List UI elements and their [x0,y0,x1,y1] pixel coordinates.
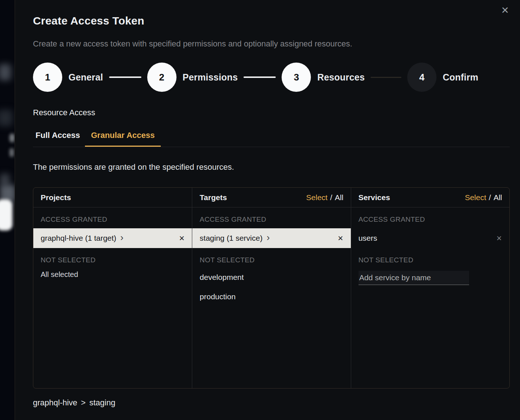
services-column-title: Services [359,193,390,202]
targets-column-title: Targets [200,193,227,202]
granted-project-row[interactable]: graphql-hive (1 target) › ✕ [33,228,192,248]
granted-project-name: graphql-hive (1 target) [41,234,116,243]
granted-target-name: staging (1 service) [200,234,263,243]
backdrop-blur-shape [10,134,15,142]
backdrop-blur-shape [0,64,11,80]
granted-service-name: users [359,234,377,243]
target-option-production[interactable]: production [200,292,343,301]
services-column: Services Select / All ACCESS GRANTED use… [351,188,509,388]
projects-not-selected-label: NOT SELECTED [41,256,185,264]
step-confirm[interactable]: 4 Confirm [407,63,478,92]
step-connector [109,76,141,78]
backdrop-blur-shape [0,110,12,126]
targets-select-all: Select / All [306,193,343,202]
targets-column-header: Targets Select / All [192,188,350,207]
target-option-development[interactable]: development [200,273,343,282]
breadcrumb-target: staging [89,398,115,408]
granted-target-row[interactable]: staging (1 service) › ✕ [192,228,350,248]
services-all-link[interactable]: All [494,193,502,202]
targets-not-selected-label: NOT SELECTED [200,256,343,264]
projects-all-selected-note: All selected [41,270,185,279]
step-general[interactable]: 1 General [33,63,103,92]
services-access-granted-label: ACCESS GRANTED [359,215,502,224]
backdrop-blur-shape [10,148,14,157]
step-label-resources: Resources [317,72,365,83]
projects-column: Projects ACCESS GRANTED graphql-hive (1 … [33,188,192,388]
step-number-4: 4 [407,63,437,92]
targets-select-link[interactable]: Select [306,193,327,202]
step-connector [371,77,401,78]
services-select-link[interactable]: Select [465,193,486,202]
granular-access-description: The permissions are granted on the speci… [33,162,510,172]
select-all-separator: / [330,193,332,202]
step-resources[interactable]: 3 Resources [282,63,365,92]
step-label-permissions: Permissions [183,72,238,83]
services-not-selected-label: NOT SELECTED [359,256,502,264]
granted-service-row[interactable]: users ✕ [351,228,509,248]
step-number-2: 2 [147,63,177,92]
resource-selection-table: Projects ACCESS GRANTED graphql-hive (1 … [33,187,510,389]
modal-subtitle: Create a new access token with specified… [33,39,510,49]
targets-all-link[interactable]: All [335,193,343,202]
resource-access-heading: Resource Access [33,108,510,117]
targets-column: Targets Select / All ACCESS GRANTED stag… [192,188,350,388]
remove-target-icon[interactable]: ✕ [338,235,343,242]
background-page-strip [0,0,15,420]
projects-column-header: Projects [33,188,192,207]
step-label-confirm: Confirm [443,72,478,83]
breadcrumb-project: graphql-hive [33,398,77,408]
remove-project-icon[interactable]: ✕ [179,235,185,242]
tab-granular-access[interactable]: Granular Access [85,131,160,147]
step-permissions[interactable]: 2 Permissions [147,63,238,92]
breadcrumb: graphql-hive > staging [33,398,510,408]
backdrop-blurred-button [0,199,12,230]
services-column-header: Services Select / All [351,188,509,207]
tab-full-access[interactable]: Full Access [33,131,88,147]
breadcrumb-separator: > [81,398,86,408]
targets-access-granted-label: ACCESS GRANTED [200,215,343,224]
projects-access-granted-label: ACCESS GRANTED [41,215,185,224]
stepper: 1 General 2 Permissions 3 Resources 4 Co… [33,63,510,92]
step-connector [244,76,276,78]
services-select-all: Select / All [465,193,502,202]
remove-service-icon[interactable]: ✕ [496,235,502,242]
access-mode-tabs: Full Access Granular Access [33,131,510,147]
projects-column-title: Projects [41,193,71,202]
add-service-input[interactable] [359,271,469,285]
chevron-right-icon: › [120,233,124,244]
close-icon[interactable]: ✕ [499,5,511,15]
step-label-general: General [68,72,103,83]
step-number-1: 1 [33,63,62,92]
step-number-3: 3 [282,63,311,92]
chevron-right-icon: › [267,233,270,244]
select-all-separator: / [489,193,491,202]
modal-title: Create Access Token [33,15,510,27]
create-access-token-modal: ✕ Create Access Token Create a new acces… [15,0,520,420]
